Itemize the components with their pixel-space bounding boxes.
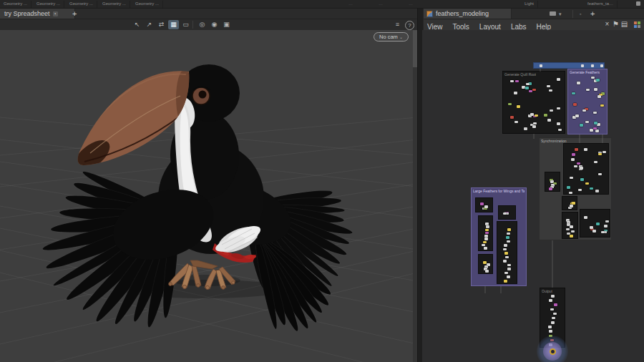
network-box-sync-e[interactable] — [580, 209, 610, 238]
network-node[interactable] — [503, 260, 507, 263]
network-node[interactable] — [549, 89, 552, 92]
network-node[interactable] — [507, 264, 511, 267]
network-node[interactable] — [577, 162, 580, 165]
network-box-quill[interactable]: Generate Quill Root — [502, 71, 565, 134]
new-tab-button-right[interactable]: + — [587, 9, 598, 19]
network-node[interactable] — [572, 92, 575, 95]
network-box-sync-b[interactable] — [545, 172, 560, 192]
network-node[interactable] — [552, 317, 555, 320]
network-node[interactable] — [551, 295, 555, 298]
network-node[interactable] — [571, 158, 575, 161]
network-box-genfeathers[interactable]: Generate Feathers — [567, 69, 608, 134]
desktop-tab[interactable]: Geometry ... — [132, 1, 163, 8]
network-node[interactable] — [598, 173, 602, 176]
render-view-icon[interactable]: ▣ — [221, 20, 232, 29]
dot-node[interactable] — [581, 64, 584, 67]
network-node[interactable] — [585, 182, 589, 185]
desktop-tab[interactable]: Geometry ... — [99, 1, 130, 8]
network-node[interactable] — [597, 123, 600, 126]
tab-geometry-spreadsheet[interactable]: try Spreadsheet ▪ — [0, 9, 75, 19]
network-node[interactable] — [525, 87, 529, 89]
network-node[interactable] — [590, 129, 593, 132]
network-node[interactable] — [604, 225, 608, 228]
network-node[interactable] — [584, 148, 587, 151]
desktop-tab[interactable]: Geometry ... — [33, 1, 64, 8]
network-box-sync-d[interactable] — [562, 212, 578, 239]
snap-grid-icon[interactable]: ▦ — [168, 20, 179, 29]
dot-node[interactable] — [591, 64, 594, 67]
shade-icon[interactable]: ◉ — [209, 20, 220, 29]
close-icon[interactable]: ▪ — [53, 11, 58, 16]
network-box-sync-c[interactable] — [562, 196, 577, 210]
network-node[interactable] — [484, 235, 488, 238]
network-node[interactable] — [575, 148, 578, 151]
network-node[interactable] — [572, 202, 575, 205]
network-node[interactable] — [554, 303, 557, 306]
network-node[interactable] — [591, 77, 595, 79]
network-node[interactable] — [480, 202, 484, 205]
network-node[interactable] — [507, 268, 511, 270]
network-editor[interactable]: Generate Quill RootGenerate FeathersSync… — [422, 30, 644, 362]
network-node[interactable] — [503, 212, 507, 215]
network-node[interactable] — [601, 231, 605, 234]
network-node[interactable] — [485, 229, 489, 232]
network-node[interactable] — [483, 241, 487, 244]
network-node[interactable] — [580, 167, 583, 170]
dot-node[interactable] — [600, 64, 603, 67]
network-node[interactable] — [548, 326, 552, 328]
network-box-large-e[interactable] — [497, 221, 517, 284]
network-node[interactable] — [485, 232, 489, 235]
network-node[interactable] — [595, 129, 599, 132]
network-node[interactable] — [593, 127, 597, 130]
network-node[interactable] — [557, 122, 560, 125]
network-node[interactable] — [483, 261, 487, 264]
network-node[interactable] — [510, 116, 514, 119]
network-node[interactable] — [570, 177, 573, 180]
tree-view-icon[interactable]: ≡ — [392, 20, 403, 29]
network-node[interactable] — [506, 236, 509, 239]
network-node[interactable] — [567, 186, 570, 189]
network-node[interactable] — [547, 85, 550, 88]
desktop-tab-dim[interactable]: … — [375, 1, 386, 8]
network-node[interactable] — [532, 125, 536, 128]
network-node[interactable] — [582, 109, 586, 112]
network-node[interactable] — [572, 153, 575, 156]
desktop-tab[interactable]: Geometry ... — [66, 1, 97, 8]
network-node[interactable] — [504, 280, 507, 283]
network-node[interactable] — [484, 205, 488, 208]
network-node[interactable] — [598, 153, 602, 156]
network-node[interactable] — [485, 270, 489, 273]
desktop-tab[interactable]: feathers_ta… — [584, 1, 618, 8]
network-node[interactable] — [507, 240, 510, 243]
desktop-tab-dim[interactable]: … — [345, 1, 356, 8]
network-node[interactable] — [482, 244, 485, 247]
network-node[interactable] — [553, 313, 557, 315]
network-node[interactable] — [594, 88, 597, 91]
network-node[interactable] — [595, 190, 599, 192]
network-node[interactable] — [597, 95, 601, 98]
network-node[interactable] — [594, 161, 597, 164]
network-node[interactable] — [484, 247, 487, 250]
network-node[interactable] — [584, 216, 587, 219]
network-node[interactable] — [596, 222, 600, 225]
network-node[interactable] — [594, 122, 597, 124]
network-node[interactable] — [549, 330, 552, 333]
network-node[interactable] — [578, 189, 582, 192]
network-node[interactable] — [549, 299, 552, 302]
network-node[interactable] — [550, 109, 553, 112]
network-node[interactable] — [503, 248, 507, 251]
camera-selector[interactable]: No cam ⌄ — [374, 32, 409, 41]
network-node[interactable] — [586, 89, 590, 92]
network-node[interactable] — [571, 230, 575, 233]
network-node[interactable] — [570, 235, 573, 238]
network-node[interactable] — [605, 220, 609, 223]
network-node[interactable] — [508, 103, 512, 106]
move-tool-icon[interactable]: ↗ — [144, 20, 155, 29]
dot-node[interactable] — [540, 64, 542, 67]
list-view-icon[interactable]: ▤ — [620, 20, 629, 28]
tab-dot-icon[interactable]: ▪ — [580, 11, 581, 17]
network-node[interactable] — [557, 78, 560, 81]
pin-icon[interactable] — [550, 11, 556, 16]
display-monitor-icon[interactable]: ▭ — [180, 20, 191, 29]
color-grid-icon[interactable] — [634, 21, 640, 28]
